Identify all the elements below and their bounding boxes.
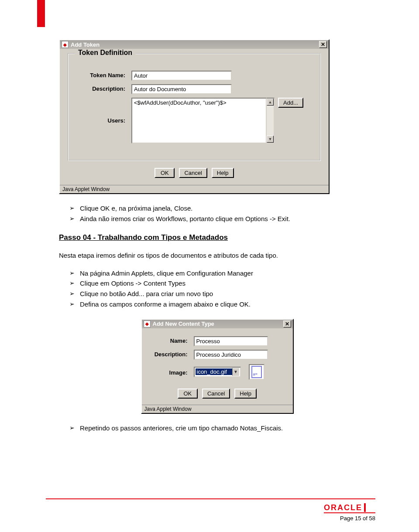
add-content-type-app-icon: ◆ <box>144 321 151 327</box>
add-content-type-button-row: OK Cancel Help <box>148 386 287 401</box>
token-definition-title: Token Definition <box>75 49 136 57</box>
add-token-app-icon: ◆ <box>62 41 69 48</box>
add-token-dialog: ◆ Add Token ✕ Token Definition Token Nam… <box>59 39 330 194</box>
oracle-logo: ORACLE <box>324 503 366 512</box>
step-04-heading: Passo 04 - Trabalhando com Tipos e Metad… <box>59 233 375 242</box>
close-icon[interactable]: ✕ <box>319 41 327 48</box>
footer-rule <box>46 498 375 499</box>
scroll-down-icon[interactable]: ▼ <box>267 136 274 143</box>
list-item: Clique OK e, na próxima janela, Close. <box>69 204 375 213</box>
description-label: Description: <box>75 84 131 92</box>
doc-icon <box>251 366 262 378</box>
list-item: Clique em Options -> Content Types <box>69 279 375 288</box>
users-textarea[interactable]: <$wfAddUser(dDocAuthor, "user")$> <box>131 98 267 143</box>
token-name-label: Token Name: <box>75 71 131 78</box>
description-input[interactable] <box>194 350 268 360</box>
list-item: Defina os campos conforme a imagem abaix… <box>69 300 375 309</box>
add-token-titlebar: ◆ Add Token ✕ <box>60 40 329 49</box>
scroll-up-icon[interactable]: ▲ <box>267 99 274 106</box>
help-button[interactable]: Help <box>234 389 257 399</box>
add-content-type-dialog: ◆ Add New Content Type ✕ Name: Descripti… <box>141 319 294 414</box>
users-label: Users: <box>75 117 131 124</box>
close-icon[interactable]: ✕ <box>283 321 291 327</box>
image-select-value: icon_doc.gif <box>196 368 232 375</box>
ok-button[interactable]: OK <box>155 168 175 178</box>
description-label: Description: <box>148 350 194 358</box>
list-item: Ainda não iremos criar os Workflows, por… <box>69 214 375 224</box>
list-item: Repetindo os passos anteriores, crie um … <box>69 423 375 433</box>
ok-button[interactable]: OK <box>178 389 198 399</box>
oracle-logo-underline <box>324 512 375 513</box>
name-label: Name: <box>148 336 194 344</box>
chevron-down-icon[interactable]: ▼ <box>232 368 239 376</box>
cancel-button[interactable]: Cancel <box>202 389 230 399</box>
image-label: Image: <box>148 368 194 376</box>
users-scrollbar[interactable]: ▲ ▼ <box>267 98 275 143</box>
description-input[interactable] <box>131 84 232 94</box>
list-item: Na página Admin Applets, clique em Confi… <box>69 269 375 278</box>
header-red-accent <box>37 0 45 27</box>
bullets-after-dialog1: Clique OK e, na próxima janela, Close. A… <box>69 204 375 224</box>
image-preview <box>249 364 264 380</box>
add-token-title: Add Token <box>71 41 100 48</box>
add-token-statusbar: Java Applet Window <box>60 185 329 193</box>
page-footer: ORACLE Page 15 of 58 <box>0 498 419 522</box>
list-item: Clique no botão Add... para criar um nov… <box>69 289 375 299</box>
add-token-button-row: OK Cancel Help <box>68 165 321 181</box>
add-button[interactable]: Add... <box>278 98 303 108</box>
token-definition-group: Token Definition Token Name: Description… <box>68 53 321 161</box>
image-select[interactable]: icon_doc.gif ▼ <box>194 367 241 377</box>
cancel-button[interactable]: Cancel <box>179 168 207 178</box>
page-number: Page 15 of 58 <box>340 515 375 522</box>
step-04-paragraph: Nesta etapa iremos definir os tipos de d… <box>59 252 375 259</box>
instruction-bullets: Na página Admin Applets, clique em Confi… <box>69 269 375 309</box>
add-content-type-statusbar: Java Applet Window <box>142 405 293 413</box>
add-content-type-titlebar: ◆ Add New Content Type ✕ <box>142 320 293 328</box>
add-content-type-title: Add New Content Type <box>153 321 214 327</box>
help-button[interactable]: Help <box>212 168 234 178</box>
name-input[interactable] <box>194 336 268 346</box>
bullets-after-dialog2: Repetindo os passos anteriores, crie um … <box>69 423 375 433</box>
token-name-input[interactable] <box>131 71 232 81</box>
